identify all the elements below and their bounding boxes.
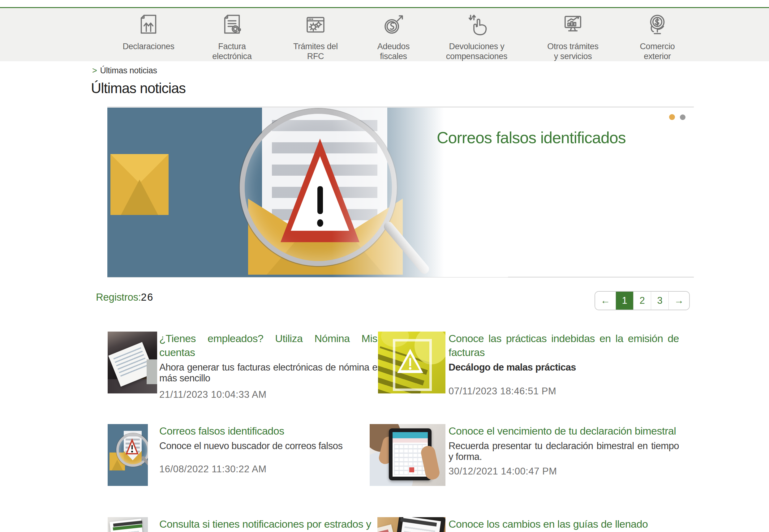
nav-item-label: Comercio exterior (619, 41, 696, 61)
invoice-at-icon (193, 11, 271, 39)
news-description: Conoce el nuevo buscador de correos fals… (159, 440, 382, 451)
news-title[interactable]: ¿Tienes empleados? Utiliza Nómina Mis cu… (159, 332, 377, 359)
breadcrumb-separator: > (92, 66, 97, 75)
pagination-page-3[interactable]: 3 (651, 292, 669, 310)
hero-slide-title[interactable]: Correos falsos identificados (437, 128, 626, 147)
news-text-block[interactable]: ¿Tienes empleados? Utiliza Nómina Mis cu… (159, 332, 377, 400)
records-label: Registros: (96, 291, 141, 303)
nav-item-comercio-exterior[interactable]: Comercio exterior (619, 11, 696, 61)
news-description: Recuerda presentar tu declaración bimest… (449, 440, 679, 462)
news-thumbnail-hands-payroll-document[interactable] (108, 332, 157, 393)
news-title[interactable]: Conoce las prácticas indebidas en la emi… (449, 332, 679, 359)
news-date: 07/11/2023 18:46:51 PM (449, 386, 679, 397)
nav-item-label: Trámites del RFC (277, 41, 354, 61)
news-thumbnail-yellow-calculator-warning[interactable] (378, 332, 445, 393)
news-text-block[interactable]: Consulta si tienes notificaciones por es… (159, 517, 377, 531)
records-counter: Registros:26 (96, 291, 153, 303)
news-title[interactable]: Consulta si tienes notificaciones por es… (159, 517, 377, 531)
carousel-dot-inactive[interactable] (680, 114, 685, 120)
breadcrumb: >Últimas noticias (92, 66, 157, 75)
nav-item-label: Adeudos fiscales (355, 41, 432, 61)
hand-arrows-icon (438, 11, 515, 39)
pagination-page-1[interactable]: 1 (616, 292, 634, 310)
nav-item-devoluciones-compensaciones[interactable]: Devoluciones y compensaciones (438, 11, 515, 61)
pagination-page-2[interactable]: 2 (634, 292, 651, 310)
news-date: 30/12/2021 14:00:47 PM (449, 466, 679, 477)
news-text-block[interactable]: Conoce las prácticas indebidas en la emi… (449, 332, 679, 397)
news-thumbnail-laptop-sat-portal[interactable] (108, 517, 148, 532)
top-nav-bar: Declaraciones Factura electrónica (0, 7, 769, 61)
nav-item-label: Devoluciones y compensaciones (438, 41, 515, 61)
news-text-block[interactable]: Conoce los cambios en las guías de llena… (449, 517, 679, 532)
pagination-prev-button[interactable]: ← (595, 292, 616, 310)
nav-item-tramites-rfc[interactable]: Trámites del RFC (277, 11, 354, 61)
news-thumbnail-envelope-magnifier[interactable] (108, 424, 148, 486)
left-arrow-icon: ← (601, 295, 610, 306)
news-date: 16/08/2022 11:30:22 AM (159, 464, 377, 475)
nav-item-declaraciones[interactable]: Declaraciones (110, 11, 187, 51)
carousel-dot-active[interactable] (669, 114, 675, 120)
pagination: ← 1 2 3 → (595, 291, 690, 310)
news-description: Decálogo de malas prácticas (449, 362, 679, 373)
page-title: Últimas noticias (91, 80, 186, 97)
news-thumbnail-tablet-sat-page[interactable] (377, 517, 445, 532)
news-title[interactable]: Conoce el vencimiento de tu declaración … (449, 424, 679, 438)
news-date: 21/11/2023 10:04:33 AM (159, 389, 377, 400)
breadcrumb-current[interactable]: Últimas noticias (100, 66, 157, 75)
nav-item-factura-electronica[interactable]: Factura electrónica (193, 11, 271, 61)
records-count: 26 (141, 291, 154, 303)
nav-item-label: Declaraciones (110, 41, 187, 51)
pagination-next-button[interactable]: → (669, 292, 689, 310)
nav-item-label: Factura electrónica (193, 41, 271, 61)
nav-item-label: Otros trámites y servicios (534, 41, 612, 61)
news-description: Ahora generar tus facturas electrónicas … (159, 362, 382, 384)
carousel-dots (669, 114, 685, 120)
document-up-arrows-icon (110, 11, 187, 39)
coin-arrow-icon (355, 11, 432, 39)
nav-item-otros-tramites[interactable]: Otros trámites y servicios (534, 11, 612, 61)
news-text-block[interactable]: Correos falsos identificados Conoce el n… (159, 424, 377, 475)
news-thumbnail-tablet-calendar[interactable] (370, 424, 445, 486)
browser-gears-icon (277, 11, 354, 39)
page: Declaraciones Factura electrónica (0, 0, 769, 532)
monitor-chart-icon (534, 11, 612, 39)
hero-carousel: Correos falsos identificados (107, 107, 694, 277)
nav-item-adeudos-fiscales[interactable]: Adeudos fiscales (355, 11, 432, 61)
news-title[interactable]: Correos falsos identificados (159, 424, 377, 438)
news-title[interactable]: Conoce los cambios en las guías de llena… (449, 517, 679, 531)
right-arrow-icon: → (674, 295, 684, 306)
globe-dollar-icon (619, 11, 696, 39)
news-text-block[interactable]: Conoce el vencimiento de tu declaración … (449, 424, 679, 477)
